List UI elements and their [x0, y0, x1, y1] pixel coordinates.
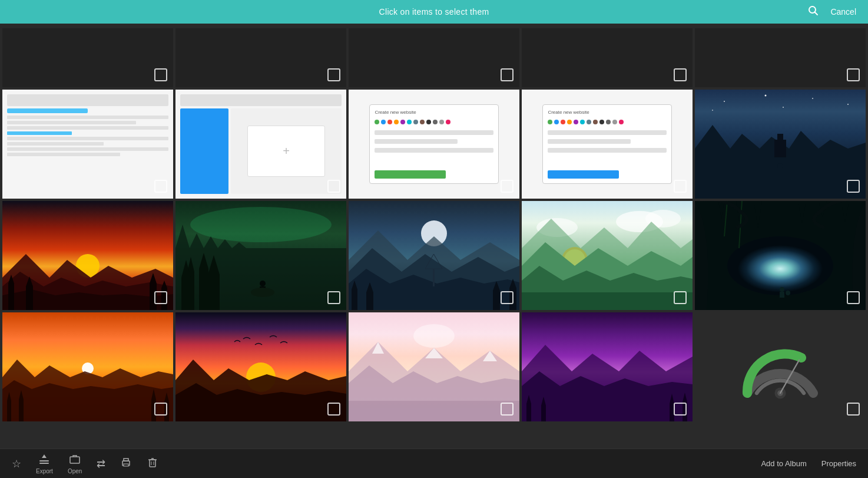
checkbox-night-forest[interactable]	[847, 180, 860, 193]
add-to-album-button[interactable]: Add to Album	[761, 459, 806, 468]
search-icon[interactable]	[808, 5, 819, 18]
svg-rect-98	[70, 457, 79, 463]
bottom-bar: ☆ Export Open ⇄	[0, 449, 868, 478]
checkbox-sunset-orange[interactable]	[154, 403, 167, 416]
svg-rect-84	[349, 401, 519, 421]
grid-cell-ui-settings[interactable]	[2, 90, 173, 199]
checkbox-2[interactable]	[501, 68, 513, 81]
grid-cell-sunset-orange2[interactable]	[175, 312, 346, 421]
grid-cell-night-forest[interactable]	[695, 90, 866, 199]
grid-cell-pink-sky[interactable]	[349, 312, 519, 421]
svg-rect-40	[433, 269, 435, 286]
svg-point-5	[847, 104, 849, 105]
checkbox-0[interactable]	[154, 68, 167, 81]
svg-point-62	[780, 287, 784, 292]
svg-point-2	[724, 101, 725, 102]
svg-marker-97	[42, 454, 47, 458]
svg-point-3	[765, 95, 767, 97]
print-icon	[120, 457, 132, 471]
svg-rect-95	[39, 460, 49, 461]
checkbox-sunset-orange2[interactable]	[327, 403, 340, 416]
svg-point-30	[251, 288, 274, 297]
svg-point-4	[812, 98, 813, 99]
svg-line-1	[815, 12, 818, 15]
star-icon: ☆	[12, 457, 21, 470]
svg-rect-51	[522, 292, 693, 310]
grid-cell-sunset-orange[interactable]	[2, 312, 173, 421]
checkbox-cave[interactable]	[847, 291, 860, 304]
top-bar-actions: Cancel	[808, 5, 856, 18]
trash-icon	[147, 457, 158, 471]
share-icon: ⇄	[97, 457, 105, 470]
svg-point-53	[727, 236, 833, 295]
grid-cell-sunset-red[interactable]	[2, 201, 173, 310]
open-button[interactable]: Open	[68, 453, 82, 474]
grid-cell-empty-1[interactable]	[175, 28, 346, 87]
favorite-button[interactable]: ☆	[12, 457, 21, 470]
top-bar-title: Click on items to select them	[379, 7, 489, 17]
checkbox-ui-dialog-blue[interactable]	[674, 180, 687, 193]
checkbox-mountains-day[interactable]	[674, 291, 687, 304]
bottom-bar-left: ☆ Export Open ⇄	[12, 453, 158, 474]
open-label: Open	[68, 468, 82, 474]
svg-point-6	[712, 110, 713, 111]
grid-cell-empty-2[interactable]	[349, 28, 519, 87]
checkbox-4[interactable]	[847, 68, 860, 81]
svg-rect-63	[780, 292, 784, 298]
svg-rect-100	[124, 459, 128, 461]
checkbox-purple-mountains[interactable]	[674, 403, 687, 416]
checkbox-sunset-red[interactable]	[154, 291, 167, 304]
grid-cell-ui-dialog-green[interactable]: Create new website	[349, 90, 519, 199]
svg-point-7	[783, 107, 784, 108]
svg-rect-10	[777, 134, 783, 143]
delete-button[interactable]	[147, 457, 158, 471]
checkbox-ui-settings[interactable]	[154, 180, 167, 193]
grid-cell-mountains-day[interactable]	[522, 201, 693, 310]
checkbox-mountains-dark[interactable]	[501, 291, 513, 304]
svg-point-22	[190, 207, 332, 242]
gauge-svg	[733, 332, 827, 403]
bottom-bar-right: Add to Album Properties	[761, 459, 856, 468]
properties-button[interactable]: Properties	[821, 459, 856, 468]
svg-rect-101	[124, 464, 128, 466]
grid-cell-empty-4[interactable]	[695, 28, 866, 87]
grid-cell-mountains-dark[interactable]	[349, 201, 519, 310]
svg-rect-96	[39, 463, 49, 464]
open-icon	[69, 453, 81, 467]
svg-point-28	[260, 281, 266, 286]
grid-cell-cave[interactable]	[695, 201, 866, 310]
checkbox-forest-night[interactable]	[327, 291, 340, 304]
checkbox-gauge[interactable]	[847, 403, 860, 416]
svg-point-64	[786, 291, 790, 295]
checkbox-ui-dialog-green[interactable]	[501, 180, 513, 193]
share-button[interactable]: ⇄	[97, 457, 105, 470]
cancel-button[interactable]: Cancel	[830, 7, 856, 17]
grid-cell-ui-dialog-blue[interactable]: Create new website	[522, 90, 693, 199]
grid-cell-forest-night[interactable]	[175, 201, 346, 310]
export-button[interactable]: Export	[36, 453, 53, 474]
checkbox-ui-blue[interactable]	[327, 180, 340, 193]
grid-cell-gauge[interactable]	[695, 312, 866, 421]
svg-rect-102	[150, 460, 155, 467]
svg-point-78	[413, 324, 455, 348]
top-bar: Click on items to select them Cancel	[0, 0, 868, 24]
export-icon	[38, 453, 50, 467]
grid-cell-empty-0[interactable]	[2, 28, 173, 87]
checkbox-pink-sky[interactable]	[501, 403, 513, 416]
export-label: Export	[36, 468, 53, 474]
checkbox-3[interactable]	[674, 68, 687, 81]
checkbox-1[interactable]	[327, 68, 340, 81]
print-button[interactable]	[120, 457, 132, 471]
grid-cell-empty-3[interactable]	[522, 28, 693, 87]
grid-cell-purple-mountains[interactable]	[522, 312, 693, 421]
svg-point-11	[777, 163, 783, 169]
grid-cell-ui-blue[interactable]: +	[175, 90, 346, 199]
